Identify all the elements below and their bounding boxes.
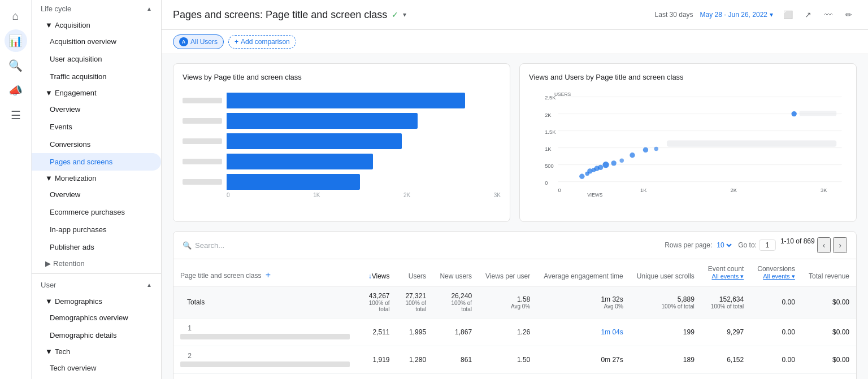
totals-views-per-user: 1.58 Avg 0% xyxy=(479,286,537,319)
table-row: 2 1,919 1,280 861 1.50 0m 27s 189 6,152 … xyxy=(173,346,856,374)
row-1-avg-engagement: 1m 04s xyxy=(537,319,630,346)
bar-label-1 xyxy=(183,98,222,103)
sidebar-item-demographics-overview[interactable]: Demographics overview xyxy=(32,309,161,326)
bar-row-2 xyxy=(183,113,501,129)
row-2-avg-engagement: 0m 27s xyxy=(537,346,630,374)
svg-rect-25 xyxy=(667,140,836,146)
prev-page-button[interactable]: ‹ xyxy=(817,237,831,253)
lifecycle-section-header[interactable]: Life cycle ▲ xyxy=(32,0,161,18)
bar-fill-1 xyxy=(227,93,465,108)
svg-point-20 xyxy=(611,160,616,165)
sidebar-item-demographics-details[interactable]: Demographic details xyxy=(32,326,161,344)
goto: Go to: xyxy=(738,239,776,251)
topbar-right: Last 30 days May 28 - Jun 26, 2022 ▾ ⬜ ↗… xyxy=(655,7,857,23)
acquisition-label: Acquisition xyxy=(55,21,90,29)
add-icon: + xyxy=(235,38,238,46)
sidebar-item-traffic-acquisition[interactable]: Traffic acquisition xyxy=(32,68,161,85)
engagement-section[interactable]: ▼ Engagement xyxy=(32,85,161,101)
sidebar-item-acquisition-overview[interactable]: Acquisition overview xyxy=(32,33,161,50)
date-range-value: May 28 - Jun 26, 2022 xyxy=(700,11,767,19)
lifecycle-label: Life cycle xyxy=(41,5,71,13)
svg-text:2K: 2K xyxy=(545,112,552,118)
rows-per-page-select[interactable]: 10 25 50 xyxy=(714,241,734,250)
row-3-views-per-user: 1.48 xyxy=(479,374,537,380)
search-input[interactable] xyxy=(195,241,290,250)
acquisition-chevron: ▼ xyxy=(45,21,53,29)
bar-row-1 xyxy=(183,93,501,108)
sidebar-item-user-acquisition[interactable]: User acquisition xyxy=(32,50,161,68)
row-1-views: 2,511 xyxy=(359,319,397,346)
date-range-selector[interactable]: May 28 - Jun 26, 2022 ▾ xyxy=(700,11,773,19)
monetization-section[interactable]: ▼ Monetization xyxy=(32,171,161,186)
row-3-avg-engagement: 1m 46s xyxy=(537,374,630,380)
svg-point-22 xyxy=(630,153,635,158)
col-header-unique-scrolls[interactable]: Unique user scrolls xyxy=(630,259,701,286)
col-header-views-per-user[interactable]: Views per user xyxy=(479,259,537,286)
all-users-filter[interactable]: A All Users xyxy=(173,34,224,49)
table-pagination: Rows per page: 10 25 50 Go to: 1-10 of 8… xyxy=(665,237,847,253)
sidebar: Life cycle ▲ ▼ Acquisition Acquisition o… xyxy=(32,0,162,379)
pagination-info: 1-10 of 869 xyxy=(780,237,815,253)
col-header-new-users[interactable]: New users xyxy=(433,259,479,286)
ads-icon[interactable]: 📣 xyxy=(5,79,27,102)
bar-row-5 xyxy=(183,174,501,190)
compare-icon[interactable]: 〰 xyxy=(821,7,836,23)
svg-point-26 xyxy=(791,111,796,116)
search-icon: 🔍 xyxy=(183,241,192,250)
search-box[interactable]: 🔍 xyxy=(183,241,290,250)
col-header-avg-engagement[interactable]: Average engagement time xyxy=(537,259,630,286)
bar-fill-4 xyxy=(227,154,373,169)
sidebar-item-events[interactable]: Events xyxy=(32,118,161,136)
svg-text:0: 0 xyxy=(558,188,561,193)
totals-row: Totals 43,267 100% of total 27,321 100% … xyxy=(173,286,856,319)
share-icon[interactable]: ↗ xyxy=(800,7,816,23)
user-section-header[interactable]: User ▲ xyxy=(32,276,161,294)
sidebar-item-ecommerce[interactable]: Ecommerce purchases xyxy=(32,203,161,221)
row-2-revenue: $0.00 xyxy=(802,346,856,374)
table-icon[interactable]: ⬜ xyxy=(780,7,796,23)
col-header-event-count[interactable]: Event countAll events ▾ xyxy=(701,259,750,286)
sidebar-item-pages-screens[interactable]: Pages and screens xyxy=(32,153,161,171)
table-toolbar: 🔍 Rows per page: 10 25 50 Go to: xyxy=(173,232,856,259)
sidebar-item-tech-overview[interactable]: Tech overview xyxy=(32,359,161,377)
row-2-conversions: 0.00 xyxy=(750,346,802,374)
sidebar-item-publisher-ads[interactable]: Publisher ads xyxy=(32,238,161,256)
svg-text:VIEWS: VIEWS xyxy=(587,192,603,198)
add-comparison-button[interactable]: + Add comparison xyxy=(228,35,296,49)
event-count-filter[interactable]: All events ▾ xyxy=(708,273,744,280)
col-header-page-title[interactable]: Page title and screen class + xyxy=(173,259,359,286)
next-page-button[interactable]: › xyxy=(833,237,847,253)
conversions-filter[interactable]: All events ▾ xyxy=(757,273,795,280)
row-1-label: 1 xyxy=(173,319,359,346)
sidebar-item-monetization-overview[interactable]: Overview xyxy=(32,186,161,203)
bar-chart-title: Views by Page title and screen class xyxy=(183,73,501,81)
acquisition-section[interactable]: ▼ Acquisition xyxy=(32,18,161,33)
bar-fill-5 xyxy=(227,174,360,190)
home-icon[interactable]: ⌂ xyxy=(5,5,27,27)
col-header-users[interactable]: Users xyxy=(396,259,433,286)
bar-row-4 xyxy=(183,154,501,169)
sidebar-item-overview[interactable]: Overview xyxy=(32,101,161,118)
goto-input[interactable] xyxy=(759,239,776,251)
row-2-users: 1,280 xyxy=(396,346,433,374)
add-column-button[interactable]: + xyxy=(266,270,271,280)
tech-section[interactable]: ▼ Tech xyxy=(32,344,161,359)
edit-icon[interactable]: ✏ xyxy=(841,7,857,23)
col-header-total-revenue[interactable]: Total revenue xyxy=(802,259,856,286)
sidebar-item-conversions[interactable]: Conversions xyxy=(32,136,161,153)
scatter-chart: 2.5K 2K 1.5K 1K 500 0 USERS xyxy=(529,88,847,212)
sidebar-item-in-app[interactable]: In-app purchases xyxy=(32,221,161,238)
row-3-revenue: $0.00 xyxy=(802,374,856,380)
totals-label: Totals xyxy=(173,286,359,319)
col-header-views[interactable]: ↓Views xyxy=(359,259,397,286)
analytics-icon[interactable]: 📊 xyxy=(5,29,27,52)
menu-icon[interactable]: ☰ xyxy=(5,104,27,127)
user-chevron: ▲ xyxy=(146,282,152,288)
dropdown-icon[interactable]: ▾ xyxy=(403,11,406,19)
search-all-icon[interactable]: 🔍 xyxy=(5,54,27,77)
retention-section[interactable]: ▶ Retention xyxy=(32,256,161,271)
sidebar-item-tech-details[interactable]: Tech details xyxy=(32,377,161,379)
demographics-section[interactable]: ▼ Demographics xyxy=(32,294,161,309)
bar-chart-card: Views by Page title and screen class xyxy=(173,63,510,222)
col-header-conversions[interactable]: ConversionsAll events ▾ xyxy=(750,259,802,286)
